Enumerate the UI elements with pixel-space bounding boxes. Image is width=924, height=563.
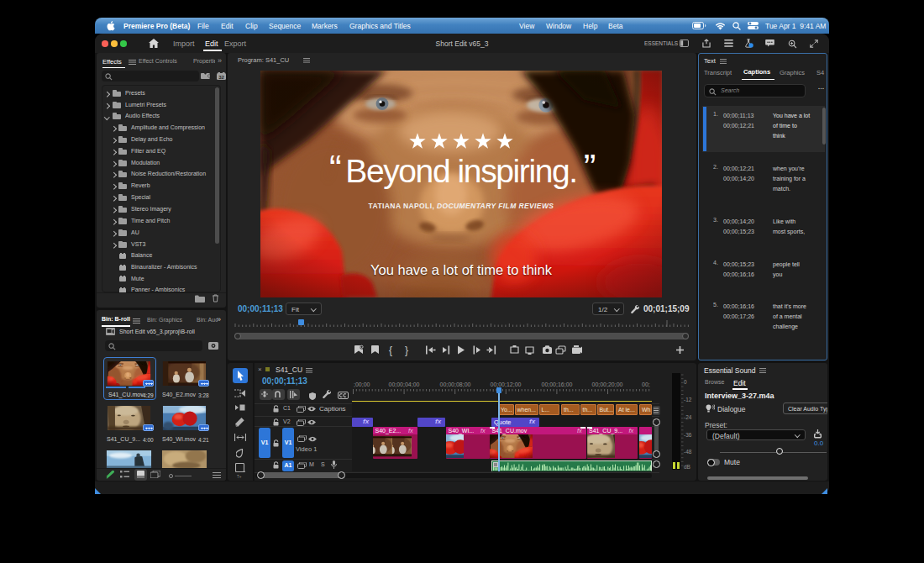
- svg-text:32: 32: [218, 75, 224, 80]
- svg-text:}: }: [405, 345, 408, 356]
- svg-text:{: {: [389, 345, 392, 356]
